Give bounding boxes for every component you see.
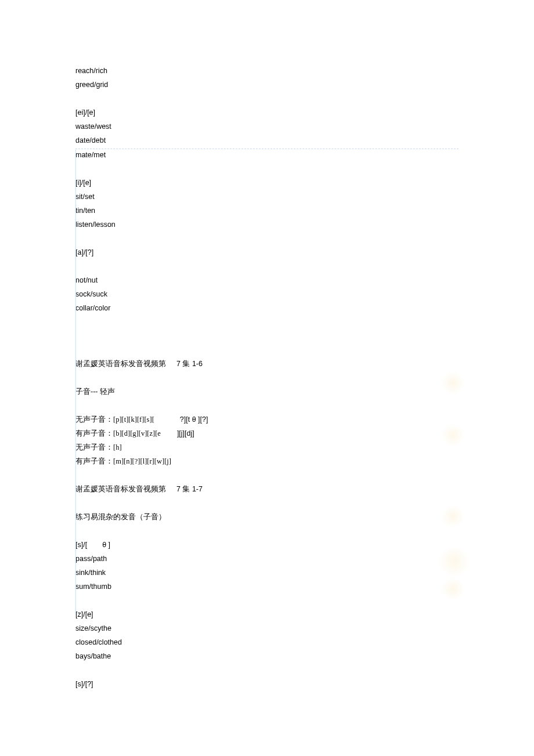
text-line: 无声子音：[h] <box>75 440 459 454</box>
blank-line <box>75 663 459 677</box>
text-line: pass/path <box>75 552 459 566</box>
text-line: [a]/[?] <box>75 245 459 259</box>
text-line: [s]/[?] <box>75 677 459 691</box>
text-line: bays/bathe <box>75 649 459 663</box>
blank-line <box>75 524 459 538</box>
text-line: 练习易混杂的发音（子音） <box>75 510 459 524</box>
text-line: 谢孟媛英语音标发音视频第7 集 1-7 <box>75 482 459 496</box>
blank-line <box>75 496 459 510</box>
text-line: size/scythe <box>75 621 459 635</box>
blank-line <box>75 92 459 106</box>
text-span: 7 集 1-6 <box>176 360 203 368</box>
text-line: [z]/[e] <box>75 607 459 621</box>
text-line: 谢孟媛英语音标发音视频第7 集 1-6 <box>75 357 459 371</box>
text-span: 无声子音：[p][t][k][f][s][ <box>75 415 154 424</box>
text-line: closed/clothed <box>75 635 459 649</box>
text-line: mate/met <box>75 148 459 162</box>
blank-line <box>75 371 459 385</box>
blank-line <box>75 162 459 176</box>
text-span: [s]/[ <box>75 541 87 549</box>
blank-line <box>75 468 459 482</box>
text-line: 无声子音：[p][t][k][f][s][?][t θ ][?] <box>75 413 459 426</box>
text-line: [s]/[θ ] <box>75 538 459 552</box>
text-line: 有声子音：[m][n][?][l][r][w][j] <box>75 454 459 468</box>
text-span: ][j][dj] <box>177 429 194 437</box>
text-span: ?][t θ ][?] <box>180 415 208 424</box>
text-line: date/debt <box>75 133 459 147</box>
text-line: not/nut <box>75 273 459 287</box>
blank-line <box>75 329 459 343</box>
text-line: [i]/[e] <box>75 176 459 190</box>
blank-line <box>75 343 459 357</box>
text-line: sink/think <box>75 566 459 580</box>
document-page: reach/rich greed/grid [ei]/[e] waste/wes… <box>0 0 534 756</box>
text-line: listen/lesson <box>75 218 459 231</box>
text-line: sit/set <box>75 190 459 204</box>
margin-rule-left <box>75 150 76 615</box>
text-span: 谢孟媛英语音标发音视频第 <box>75 485 166 493</box>
blank-line <box>75 259 459 273</box>
blank-line <box>75 594 459 607</box>
text-span: 7 集 1-7 <box>176 485 203 493</box>
text-line: [ei]/[e] <box>75 106 459 120</box>
text-line: 有声子音：[b][d][g][v][z][e][j][dj] <box>75 426 459 440</box>
text-line: waste/west <box>75 120 459 133</box>
text-line: collar/color <box>75 301 459 315</box>
text-line: reach/rich <box>75 64 459 78</box>
text-line: tin/ten <box>75 204 459 218</box>
text-line: sum/thumb <box>75 580 459 594</box>
text-span: 谢孟媛英语音标发音视频第 <box>75 360 166 368</box>
blank-line <box>75 399 459 413</box>
text-line: greed/grid <box>75 78 459 92</box>
text-line: 子音--- 轻声 <box>75 385 459 399</box>
text-span: 有声子音：[b][d][g][v][z][e <box>75 429 161 437</box>
text-span: θ ] <box>102 541 110 549</box>
text-line: sock/suck <box>75 287 459 301</box>
blank-line <box>75 315 459 329</box>
blank-line <box>75 231 459 245</box>
